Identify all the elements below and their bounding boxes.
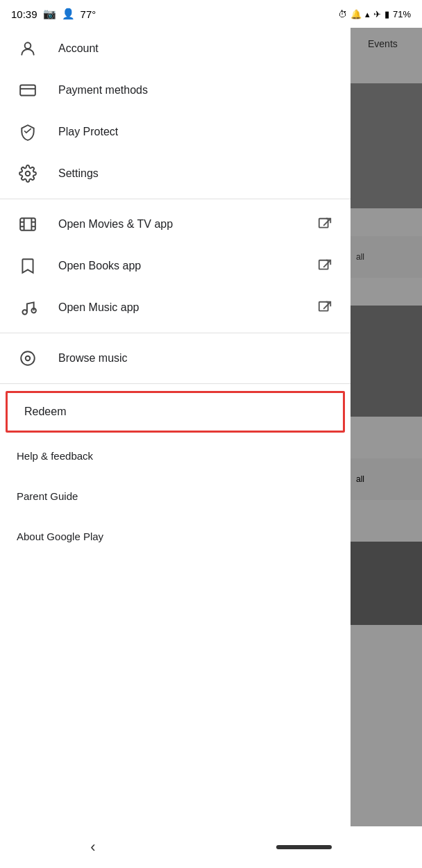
image-icon: 📷 (43, 8, 56, 20)
back-button[interactable]: ‹ (90, 838, 95, 856)
browse-music-label: Browse music (58, 352, 334, 365)
external-icon-music (316, 299, 334, 317)
svg-point-0 (25, 42, 31, 49)
battery-percent: 71% (393, 9, 411, 19)
menu-item-music-app[interactable]: Open Music app (0, 287, 351, 328)
menu-item-books[interactable]: Open Books app (0, 245, 351, 287)
svg-point-18 (26, 356, 31, 361)
menu-item-parent-guide[interactable]: Parent Guide (0, 476, 351, 516)
menu-item-settings[interactable]: Settings (0, 153, 351, 194)
svg-rect-1 (20, 85, 35, 95)
parent-guide-label: Parent Guide (17, 490, 78, 502)
play-protect-label: Play Protect (58, 126, 334, 138)
account-label: Account (58, 42, 334, 55)
about-label: About Google Play (17, 531, 103, 542)
battery-icon: ▮ (385, 9, 389, 19)
menu-item-help[interactable]: Help & feedback (0, 435, 351, 476)
dim-overlay (351, 28, 422, 868)
movies-label: Open Movies & TV app (58, 218, 316, 231)
divider-3 (0, 383, 351, 384)
svg-point-17 (21, 351, 35, 365)
status-bar-left: 10:39 📷 👤 77° (11, 8, 96, 20)
payment-label: Payment methods (58, 84, 334, 97)
home-indicator[interactable] (276, 845, 332, 849)
menu-item-about[interactable]: About Google Play (0, 516, 351, 556)
status-bar: 10:39 📷 👤 77° ⏱ 🔔 ▴ ✈ ▮ 71% (0, 0, 422, 28)
help-label: Help & feedback (17, 450, 93, 462)
menu-item-account[interactable]: Account (0, 28, 351, 69)
airplane-icon: ✈ (373, 9, 381, 19)
redeem-label: Redeem (24, 406, 326, 418)
music-note-icon (17, 297, 39, 319)
menu-item-play-protect[interactable]: Play Protect (0, 111, 351, 153)
svg-point-4 (26, 172, 31, 176)
notification-icon: 🔔 (351, 9, 362, 19)
person-icon (17, 37, 39, 60)
nav-bar: ‹ (0, 826, 422, 868)
menu-item-browse-music[interactable]: Browse music (0, 337, 351, 379)
credit-card-icon (17, 79, 39, 101)
bookmark-icon (17, 255, 39, 277)
film-icon (17, 213, 39, 235)
browse-music-icon (17, 347, 39, 369)
books-label: Open Books app (58, 260, 316, 272)
music-app-label: Open Music app (58, 301, 316, 314)
external-icon-books (316, 257, 334, 275)
alarm-icon: ⏱ (338, 9, 347, 19)
settings-label: Settings (58, 167, 334, 180)
temperature-display: 77° (81, 8, 96, 20)
time-display: 10:39 (11, 8, 37, 20)
status-bar-right: ⏱ 🔔 ▴ ✈ ▮ 71% (338, 9, 411, 19)
svg-marker-3 (24, 128, 32, 134)
person-status-icon: 👤 (62, 8, 75, 20)
drawer-panel: Account Payment methods Play Protect Set… (0, 28, 351, 868)
svg-rect-5 (20, 218, 35, 230)
gear-icon (17, 162, 39, 185)
menu-item-movies[interactable]: Open Movies & TV app (0, 203, 351, 245)
external-icon-movies (316, 215, 334, 233)
menu-item-redeem[interactable]: Redeem (6, 391, 345, 433)
menu-item-payment[interactable]: Payment methods (0, 69, 351, 111)
wifi-icon: ▴ (365, 9, 370, 19)
divider-2 (0, 333, 351, 333)
shield-icon (17, 121, 39, 143)
divider-1 (0, 199, 351, 199)
